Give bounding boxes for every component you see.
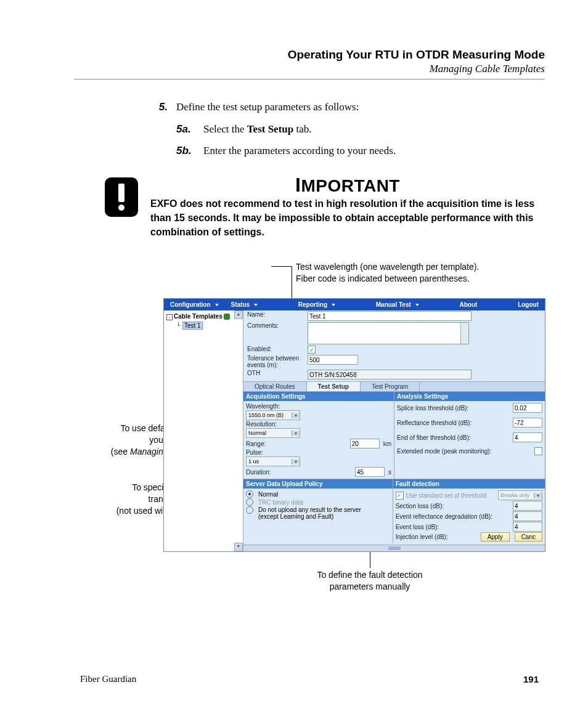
input-range[interactable] bbox=[350, 439, 380, 448]
step-5-text: Define the test setup parameters as foll… bbox=[176, 99, 359, 115]
input-tolerance[interactable] bbox=[308, 355, 358, 365]
unit-s: s bbox=[388, 469, 391, 476]
radio-upload-normal[interactable] bbox=[246, 490, 253, 498]
step-5a-text: Select the Test Setup tab. bbox=[203, 121, 312, 137]
select-pulse[interactable]: 1 us▾ bbox=[246, 456, 300, 466]
bottom-scrollbar[interactable] bbox=[243, 545, 545, 551]
step-5a-number: 5a. bbox=[176, 121, 195, 137]
section-acquisition: Acquisition Settings bbox=[243, 392, 394, 401]
input-eof-threshold[interactable] bbox=[513, 432, 542, 442]
footer-product: Fiber Guardian bbox=[80, 674, 136, 684]
important-body: EXFO does not recommend to test in high … bbox=[150, 197, 545, 240]
select-threshold-set[interactable]: Breaks only▾ bbox=[498, 490, 542, 500]
label-eof-threshold: End of fiber threshold (dB): bbox=[397, 434, 477, 441]
label-resolution: Resolution: bbox=[246, 421, 326, 428]
tab-test-setup[interactable]: Test Setup bbox=[307, 382, 361, 391]
sidebar-tree: ▴ -Cable Templates └ Test 1 ▾ bbox=[164, 310, 243, 551]
page-heading: Operating Your RTU in OTDR Measuring Mod… bbox=[74, 48, 545, 62]
checkbox-extended-mode[interactable] bbox=[534, 447, 542, 455]
menu-status[interactable]: Status bbox=[225, 301, 264, 308]
tree-root-cable-templates[interactable]: -Cable Templates bbox=[166, 313, 240, 320]
annotation-fault: To define the fault detection parameters… bbox=[296, 569, 444, 593]
menu-reporting[interactable]: Reporting bbox=[292, 301, 341, 308]
select-oth[interactable] bbox=[308, 370, 472, 379]
step-5-number: 5. bbox=[154, 99, 168, 115]
tab-optical-routes[interactable]: Optical Routes bbox=[243, 382, 307, 391]
label-upload-trc: TRC binary data bbox=[258, 499, 303, 506]
label-enabled: Enabled: bbox=[247, 346, 304, 352]
tab-test-program[interactable]: Test Program bbox=[361, 382, 420, 391]
tree-status-icon bbox=[224, 314, 230, 320]
label-tolerance: Tolerance between events (m): bbox=[247, 355, 304, 368]
scroll-up-icon[interactable]: ▴ bbox=[234, 310, 243, 319]
label-use-standard: Use standard set of threshold bbox=[406, 492, 487, 499]
step-5b-number: 5b. bbox=[176, 143, 195, 159]
radio-upload-none[interactable] bbox=[246, 506, 253, 514]
label-duration: Duration: bbox=[246, 469, 326, 476]
label-event-loss: Event loss (dB): bbox=[396, 524, 476, 530]
section-analysis: Analysis Settings bbox=[394, 392, 545, 401]
label-range: Range: bbox=[246, 440, 326, 447]
input-section-loss bbox=[513, 501, 542, 511]
important-title: IMPORTANT bbox=[150, 174, 545, 197]
unit-km: km bbox=[383, 440, 391, 447]
radio-upload-trc[interactable] bbox=[246, 498, 253, 506]
checkbox-use-standard[interactable] bbox=[396, 492, 404, 500]
input-name[interactable] bbox=[308, 311, 472, 321]
scroll-down-icon[interactable]: ▾ bbox=[234, 543, 243, 551]
label-reflectance: Reflectance threshold (dB): bbox=[397, 420, 477, 426]
input-event-loss bbox=[513, 522, 542, 532]
apply-button[interactable]: Apply bbox=[481, 532, 510, 542]
label-oth: OTH bbox=[247, 370, 304, 376]
select-resolution[interactable]: Normal▾ bbox=[246, 428, 300, 438]
label-comments: Comments: bbox=[247, 322, 304, 329]
app-screenshot: Configuration Status Reporting Manual Te… bbox=[163, 298, 545, 552]
menu-about[interactable]: About bbox=[454, 301, 484, 308]
header-divider bbox=[74, 79, 545, 79]
page-subheading: Managing Cable Templates bbox=[74, 63, 545, 75]
menu-configuration[interactable]: Configuration bbox=[164, 301, 225, 308]
label-splice-loss: Splice loss threshold (dB): bbox=[397, 405, 477, 412]
input-reflectance[interactable] bbox=[513, 418, 542, 428]
label-wavelength: Wavelength: bbox=[246, 403, 326, 410]
label-upload-normal: Normal bbox=[258, 491, 278, 498]
annotation-wavelength: Test wavelength (one wavelength per temp… bbox=[296, 261, 479, 285]
footer-page-number: 191 bbox=[523, 674, 539, 684]
important-icon bbox=[105, 177, 138, 217]
select-wavelength[interactable]: 1550.0 nm (B)▾ bbox=[246, 410, 300, 420]
label-injection-level: Injection level (dB): bbox=[396, 533, 476, 540]
step-5b-text: Enter the parameters according to your n… bbox=[203, 143, 396, 159]
section-upload-policy: Server Data Upload Policy bbox=[243, 479, 393, 489]
cancel-button[interactable]: Canc bbox=[515, 532, 542, 542]
menu-logout[interactable]: Logout bbox=[512, 301, 545, 308]
label-section-loss: Section loss (dB): bbox=[396, 503, 476, 509]
label-pulse: Pulse: bbox=[246, 449, 326, 456]
label-extended-mode: Extended mode (peak monitoring): bbox=[397, 448, 502, 455]
label-name: Name: bbox=[247, 311, 304, 318]
input-duration[interactable] bbox=[355, 467, 385, 477]
section-fault-detection: Fault detection bbox=[393, 479, 545, 489]
tree-item-test1[interactable]: └ Test 1 bbox=[176, 322, 240, 329]
input-event-refl-deg bbox=[513, 511, 542, 521]
input-splice-loss[interactable] bbox=[513, 403, 542, 413]
menu-bar: Configuration Status Reporting Manual Te… bbox=[164, 299, 545, 310]
label-event-refl-deg: Event reflectance degradation (dB): bbox=[396, 513, 500, 520]
label-upload-none: Do not upload any result to the server (… bbox=[258, 506, 382, 520]
menu-manual-test[interactable]: Manual Test bbox=[370, 301, 425, 308]
checkbox-enabled[interactable] bbox=[308, 346, 316, 354]
input-comments[interactable] bbox=[308, 322, 469, 344]
